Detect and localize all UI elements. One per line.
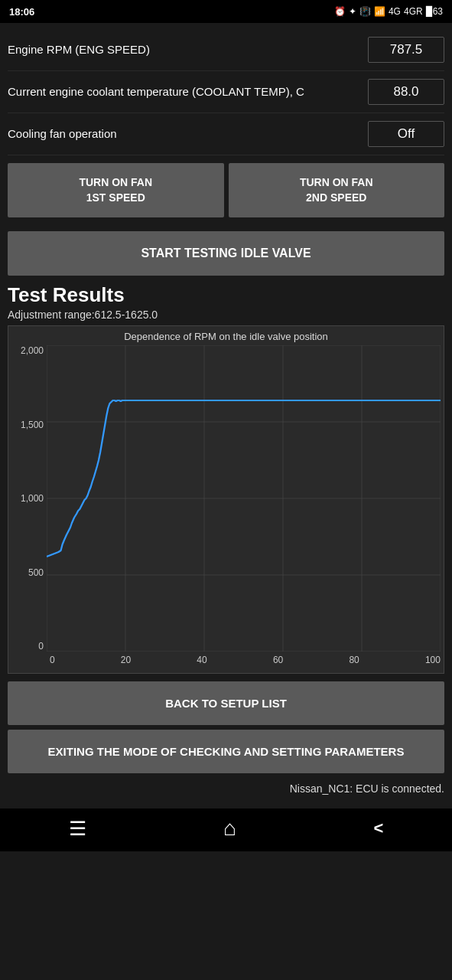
alarm-icon: ⏰ xyxy=(334,6,346,17)
battery-icon: ▉63 xyxy=(426,6,443,17)
coolant-temp-label: Current engine coolant temperature (COOL… xyxy=(8,84,368,100)
back-to-setup-list-button[interactable]: BACK TO SETUP LIST xyxy=(8,681,444,725)
menu-icon[interactable]: ☰ xyxy=(69,817,86,841)
back-icon[interactable]: < xyxy=(373,818,383,838)
cooling-fan-value: Off xyxy=(368,121,444,147)
network-4g: 4G xyxy=(389,6,401,17)
test-results-title: Test Results xyxy=(8,283,444,307)
wifi-icon: 📶 xyxy=(374,6,385,17)
coolant-temp-row: Current engine coolant temperature (COOL… xyxy=(8,71,444,113)
x-axis-labels: 0 20 40 60 80 100 xyxy=(50,652,441,665)
network-4gr: 4GR xyxy=(404,6,423,17)
chart-svg xyxy=(47,345,441,652)
chart-title: Dependence of RPM on the idle valve posi… xyxy=(11,331,441,342)
y-label-0: 0 xyxy=(38,641,44,652)
fan-buttons-row: TURN ON FAN1ST SPEED TURN ON FAN2ND SPEE… xyxy=(8,155,444,225)
y-label-1000: 1,000 xyxy=(21,493,44,504)
chart-container: Dependence of RPM on the idle valve posi… xyxy=(8,325,444,674)
status-bar: 18:06 ⏰ ✦ 📳 📶 4G 4GR ▉63 xyxy=(0,0,452,23)
adjustment-range: Adjustment range:612.5-1625.0 xyxy=(8,309,444,321)
y-label-1500: 1,500 xyxy=(21,420,44,430)
nav-bar: ☰ ⌂ < xyxy=(0,808,452,851)
status-time: 18:06 xyxy=(9,6,34,18)
cooling-fan-label: Cooling fan operation xyxy=(8,126,368,142)
chart-area: 2,000 1,500 1,000 500 0 xyxy=(11,345,441,652)
engine-rpm-value: 787.5 xyxy=(368,37,444,63)
engine-rpm-row: Engine RPM (ENG SPEED) 787.5 xyxy=(8,29,444,71)
home-icon[interactable]: ⌂ xyxy=(223,816,236,841)
exit-mode-button[interactable]: EXITING THE MODE OF CHECKING AND SETTING… xyxy=(8,730,444,773)
x-label-60: 60 xyxy=(273,655,283,665)
x-label-20: 20 xyxy=(121,655,131,665)
turn-on-fan-1st-button[interactable]: TURN ON FAN1ST SPEED xyxy=(8,163,224,217)
main-content: Engine RPM (ENG SPEED) 787.5 Current eng… xyxy=(0,23,452,805)
y-label-2000: 2,000 xyxy=(21,345,44,356)
status-icons: ⏰ ✦ 📳 📶 4G 4GR ▉63 xyxy=(334,6,443,17)
status-message: Nissan_NC1: ECU is connected. xyxy=(8,778,444,799)
vibrate-icon: 📳 xyxy=(359,6,371,17)
bluetooth-icon: ✦ xyxy=(349,6,356,17)
start-testing-idle-valve-button[interactable]: START TESTING IDLE VALVE xyxy=(8,231,444,276)
x-label-80: 80 xyxy=(349,655,359,665)
x-label-0: 0 xyxy=(50,655,55,665)
x-label-100: 100 xyxy=(425,655,441,665)
turn-on-fan-2nd-button[interactable]: TURN ON FAN2ND SPEED xyxy=(229,163,445,217)
coolant-temp-value: 88.0 xyxy=(368,79,444,105)
engine-rpm-label: Engine RPM (ENG SPEED) xyxy=(8,42,368,57)
y-axis-labels: 2,000 1,500 1,000 500 0 xyxy=(11,345,47,652)
cooling-fan-row: Cooling fan operation Off xyxy=(8,113,444,155)
y-label-500: 500 xyxy=(28,567,44,578)
x-label-40: 40 xyxy=(197,655,206,665)
